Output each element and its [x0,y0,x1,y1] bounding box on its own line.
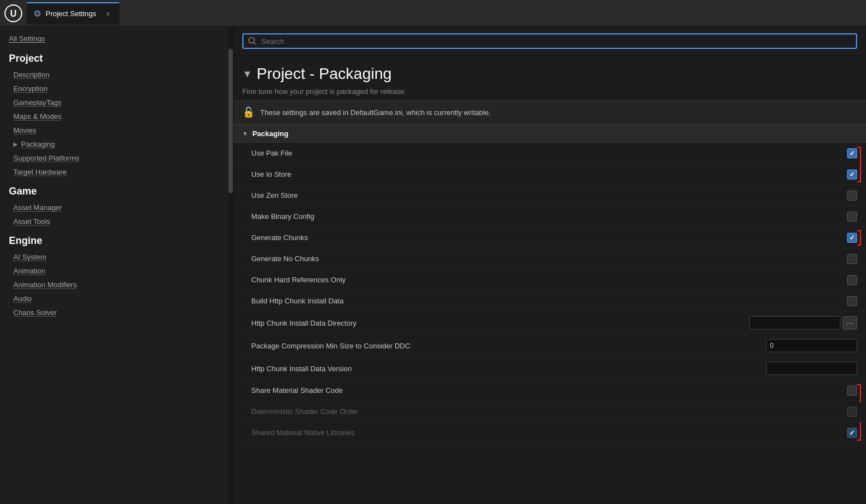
generate-no-chunks-control [847,254,857,264]
packaging-section-label: Packaging [252,129,288,138]
sidebar-item-chaos-solver[interactable]: Chaos Solver [0,306,233,320]
pkg-compression-row: Package Compression Min Size to Consider… [233,335,866,357]
chunk-hard-refs-checkbox[interactable] [847,275,857,285]
sidebar-section-project: Project [0,46,233,68]
info-banner-text: These settings are saved in DefaultGame.… [260,108,491,117]
generate-no-chunks-label: Generate No Chunks [251,255,847,263]
main-layout: All Settings Project Description Encrypt… [0,27,866,504]
sidebar-section-game: Game [0,179,233,201]
make-binary-config-control [847,212,857,222]
http-chunk-dir-row: Http Chunk Install Data Directory ··· [233,312,866,335]
share-material-shader-row: Share Material Shader Code [233,380,866,401]
shared-material-native-label: Shared Material Native Libraries [251,428,847,437]
pkg-compression-control [766,339,857,352]
use-zen-store-row: Use Zen Store [233,185,866,206]
http-chunk-version-label: Http Chunk Install Data Version [251,365,766,373]
section-header: ▼ Project - Packaging [233,56,866,85]
use-pak-file-row: Use Pak File [233,143,866,164]
deterministic-shader-label: Deterministic Shader Code Order [251,407,847,416]
sidebar-item-asset-tools[interactable]: Asset Tools [0,214,233,228]
search-bar[interactable] [242,33,857,49]
project-settings-tab[interactable]: ⚙ Project Settings × [27,2,120,24]
build-http-chunk-label: Build Http Chunk Install Data [251,297,847,305]
http-chunk-dir-browse-button[interactable]: ··· [843,316,857,330]
bracket-share-bottom-icon [852,422,863,442]
sidebar-item-all-settings[interactable]: All Settings [0,31,233,46]
sidebar-item-animation[interactable]: Animation [0,264,233,278]
packaging-section-header[interactable]: ▼ Packaging [233,124,866,143]
make-binary-config-checkbox[interactable] [847,212,857,222]
use-io-store-label: Use Io Store [251,170,847,178]
title-chevron-icon: ▼ [242,68,252,80]
search-input[interactable] [261,37,852,46]
svg-line-3 [254,43,256,45]
build-http-chunk-checkbox[interactable] [847,296,857,306]
chunk-hard-refs-label: Chunk Hard References Only [251,276,847,284]
sidebar-item-audio[interactable]: Audio [0,292,233,306]
use-pak-file-label: Use Pak File [251,149,847,157]
sidebar-item-ai-system[interactable]: AI System [0,250,233,264]
sidebar-scrollbar-track [228,27,233,504]
settings-tab-icon: ⚙ [33,8,41,19]
tab-title-label: Project Settings [46,9,96,18]
pkg-compression-input[interactable] [766,339,857,352]
make-binary-config-row: Make Binary Config [233,206,866,227]
http-chunk-version-control [766,362,857,375]
sidebar-section-engine: Engine [0,228,233,250]
page-title: ▼ Project - Packaging [242,65,857,83]
sidebar-scrollbar-thumb[interactable] [228,49,233,193]
sidebar-item-supported-platforms[interactable]: Supported Platforms [0,151,233,165]
sidebar-item-target-hardware[interactable]: Target Hardware [0,165,233,179]
make-binary-config-label: Make Binary Config [251,212,847,221]
close-tab-button[interactable]: × [103,9,113,19]
sidebar-item-movies[interactable]: Movies [0,123,233,137]
page-subtitle: Fine tune how your project is packaged f… [233,85,866,100]
bracket-bottom-icon [852,164,863,184]
packaging-section: ▼ Packaging Use Pak File Use Io Store [233,124,866,443]
generate-no-chunks-row: Generate No Chunks [233,248,866,270]
share-material-shader-label: Share Material Shader Code [251,386,847,395]
bracket-top-icon [852,145,863,165]
chunk-hard-refs-row: Chunk Hard References Only [233,270,866,291]
pkg-compression-label: Package Compression Min Size to Consider… [251,342,766,350]
http-chunk-dir-input[interactable] [749,316,840,330]
deterministic-shader-control [847,407,857,417]
search-icon [248,37,257,46]
http-chunk-dir-label: Http Chunk Install Data Directory [251,319,749,327]
packaging-arrow-icon: ▶ [13,141,18,147]
info-banner: 🔓 These settings are saved in DefaultGam… [233,100,866,124]
lock-icon: 🔓 [242,106,255,118]
use-zen-store-checkbox[interactable] [847,191,857,201]
ue-logo-icon: U [4,4,22,22]
deterministic-shader-checkbox[interactable] [847,407,857,417]
http-chunk-version-input[interactable] [766,362,857,375]
sidebar-item-description[interactable]: Description [0,68,233,82]
svg-point-2 [249,38,255,43]
sidebar: All Settings Project Description Encrypt… [0,27,233,504]
use-zen-store-control [847,191,857,201]
build-http-chunk-control [847,296,857,306]
build-http-chunk-row: Build Http Chunk Install Data [233,291,866,312]
http-chunk-version-row: Http Chunk Install Data Version [233,357,866,380]
sidebar-item-encryption[interactable]: Encryption [0,82,233,96]
sidebar-item-gameplaytags[interactable]: GameplayTags [0,96,233,109]
generate-no-chunks-checkbox[interactable] [847,254,857,264]
deterministic-shader-row: Deterministic Shader Code Order [233,401,866,422]
http-chunk-dir-control: ··· [749,316,857,330]
sidebar-item-packaging[interactable]: ▶ Packaging [0,137,233,151]
sidebar-item-maps-modes[interactable]: Maps & Modes [0,109,233,123]
chunk-hard-refs-control [847,275,857,285]
shared-material-native-row: Shared Material Native Libraries [233,422,866,443]
use-io-store-row: Use Io Store [233,164,866,185]
bracket-single-icon [852,229,863,246]
sidebar-item-asset-manager[interactable]: Asset Manager [0,201,233,214]
sidebar-item-animation-modifiers[interactable]: Animation Modifiers [0,278,233,292]
svg-text:U: U [10,9,17,18]
generate-chunks-row: Generate Chunks [233,227,866,248]
title-bar: U ⚙ Project Settings × [0,0,866,27]
packaging-section-chevron: ▼ [242,131,248,137]
sidebar-item-packaging-label: Packaging [21,140,55,148]
use-zen-store-label: Use Zen Store [251,191,847,199]
bracket-share-top-icon [852,382,863,402]
generate-chunks-label: Generate Chunks [251,233,847,242]
